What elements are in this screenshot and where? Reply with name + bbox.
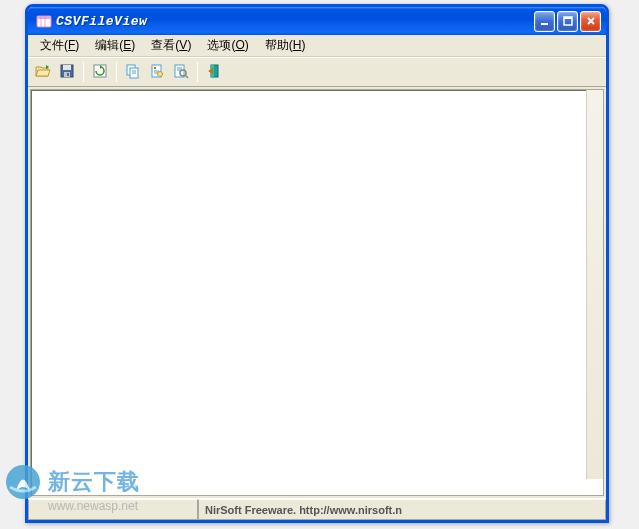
application-window: CSVFileView 文件(F) 编辑(E) 查看(V) 选项(O) 帮助(H…	[25, 4, 609, 523]
find-button[interactable]	[170, 61, 192, 83]
toolbar-separator	[116, 62, 117, 82]
menu-view[interactable]: 查看(V)	[143, 35, 199, 56]
refresh-button[interactable]	[89, 61, 111, 83]
properties-icon	[149, 63, 165, 82]
window-title: CSVFileView	[56, 14, 534, 29]
refresh-icon	[92, 63, 108, 82]
toolbar	[28, 57, 606, 87]
menu-help[interactable]: 帮助(H)	[257, 35, 314, 56]
menubar: 文件(F) 编辑(E) 查看(V) 选项(O) 帮助(H)	[28, 35, 606, 57]
toolbar-separator	[83, 62, 84, 82]
open-folder-icon	[35, 63, 51, 82]
svg-point-20	[158, 71, 163, 76]
svg-rect-1	[37, 16, 51, 19]
svg-rect-10	[67, 73, 69, 76]
properties-button[interactable]	[146, 61, 168, 83]
svg-rect-8	[63, 65, 71, 70]
svg-rect-21	[175, 65, 184, 77]
exit-icon	[206, 63, 222, 82]
maximize-button[interactable]	[557, 11, 578, 32]
save-button[interactable]	[56, 61, 78, 83]
status-left	[28, 499, 198, 520]
toolbar-separator	[197, 62, 198, 82]
exit-button[interactable]	[203, 61, 225, 83]
menu-edit[interactable]: 编辑(E)	[87, 35, 143, 56]
minimize-button[interactable]	[534, 11, 555, 32]
svg-rect-4	[541, 23, 548, 25]
open-button[interactable]	[32, 61, 54, 83]
window-controls	[534, 11, 601, 32]
status-right: NirSoft Freeware. http://www.nirsoft.n	[198, 499, 606, 520]
close-button[interactable]	[580, 11, 601, 32]
list-view[interactable]	[30, 89, 604, 496]
svg-rect-17	[154, 67, 156, 69]
titlebar[interactable]: CSVFileView	[28, 7, 606, 35]
svg-rect-6	[564, 17, 572, 19]
statusbar: NirSoft Freeware. http://www.nirsoft.n	[28, 498, 606, 520]
menu-file[interactable]: 文件(F)	[32, 35, 87, 56]
copy-button[interactable]	[122, 61, 144, 83]
menu-options[interactable]: 选项(O)	[199, 35, 256, 56]
save-diskette-icon	[59, 63, 75, 82]
app-icon	[36, 13, 52, 29]
copy-icon	[125, 63, 141, 82]
find-icon	[173, 63, 189, 82]
svg-line-25	[185, 75, 188, 78]
